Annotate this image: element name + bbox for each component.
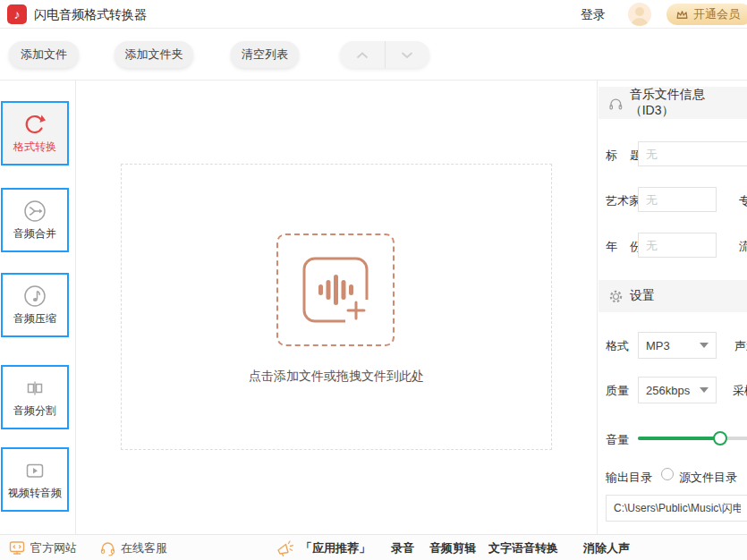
title-field-label: 标题 — [606, 148, 641, 164]
title-field[interactable] — [638, 141, 747, 166]
split-icon — [22, 376, 47, 401]
id3-section-title: 音乐文件信息（ID3） — [630, 87, 747, 119]
footer-app-vocal-remove[interactable]: 消除人声 — [583, 535, 630, 560]
settings-section-header: 设置 — [598, 280, 747, 312]
artist-field[interactable] — [638, 187, 717, 212]
footer-app-record[interactable]: 录音 — [391, 535, 414, 560]
app-window: ♪ 闪电音频格式转换器 登录 开通会员 添加文件 添加文件夹 清空列表 — [0, 0, 747, 560]
app-title: 闪电音频格式转换器 — [34, 7, 147, 23]
output-path-field[interactable] — [606, 495, 747, 522]
clear-list-button[interactable]: 清空列表 — [231, 41, 299, 68]
year-field[interactable] — [638, 233, 717, 258]
file-list-area: 点击添加文件或拖拽文件到此处 — [76, 81, 597, 534]
online-support-link[interactable]: 在线客服 — [100, 535, 167, 560]
chevron-up-icon — [354, 49, 370, 61]
avatar-head-shape — [635, 7, 644, 16]
sidebar-item-label: 音频分割 — [13, 403, 56, 419]
source-dir-radio-label: 源文件目录 — [679, 470, 737, 486]
video-icon — [22, 458, 47, 483]
sidebar-item-audio-split[interactable]: 音频分割 — [1, 365, 69, 429]
dropdown-caret-icon — [700, 387, 709, 393]
id3-section-header: 音乐文件信息（ID3） — [598, 87, 747, 119]
add-folder-button[interactable]: 添加文件夹 — [115, 41, 193, 68]
album-field-label: 专辑 — [739, 193, 747, 209]
footer-bar: 官方网站 在线客服 「应用推荐」 录音 音频剪辑 文字语音转换 消除人声 — [0, 534, 747, 560]
volume-handle[interactable] — [713, 431, 727, 445]
chevron-down-icon — [399, 49, 415, 61]
quality-dropdown[interactable]: 256kbps — [638, 377, 717, 403]
crown-icon — [675, 9, 689, 21]
sidebar-item-video-to-audio[interactable]: 视频转音频 — [1, 447, 69, 512]
app-logo-icon: ♪ — [7, 4, 27, 24]
gear-icon — [608, 289, 624, 304]
format-value: MP3 — [646, 339, 670, 352]
sidebar-item-label: 音频压缩 — [13, 311, 56, 327]
format-dropdown[interactable]: MP3 — [638, 332, 717, 359]
channel-label: 声道 — [734, 338, 747, 354]
move-down-button[interactable] — [386, 41, 430, 68]
app-recommend-label: 「应用推荐」 — [301, 535, 370, 560]
source-dir-radio[interactable] — [661, 468, 674, 480]
toolbar: 添加文件 添加文件夹 清空列表 — [0, 29, 747, 81]
sidebar: 格式转换 音频合并 音频压缩 音频分割 — [0, 81, 76, 534]
sidebar-item-label: 音频合并 — [13, 226, 56, 242]
megaphone-icon — [276, 539, 294, 557]
sidebar-item-format-convert[interactable]: 格式转换 — [1, 101, 69, 165]
volume-fill — [638, 437, 720, 440]
avatar[interactable] — [628, 3, 651, 26]
sidebar-item-label: 格式转换 — [13, 140, 56, 155]
title-bar: ♪ 闪电音频格式转换器 登录 开通会员 — [0, 0, 747, 29]
login-button[interactable]: 登录 — [581, 7, 606, 23]
add-files-box[interactable] — [276, 233, 395, 346]
format-label: 格式 — [606, 338, 629, 354]
official-site-link[interactable]: 官方网站 — [9, 535, 77, 560]
genre-field-label: 流派 — [739, 239, 747, 255]
quality-label: 质量 — [606, 383, 629, 399]
merge-icon — [22, 199, 47, 224]
headphones-icon — [608, 96, 624, 111]
vip-upgrade-button[interactable]: 开通会员 — [666, 4, 747, 25]
volume-slider[interactable] — [638, 437, 747, 440]
refresh-icon — [22, 112, 47, 137]
headset-icon — [100, 540, 115, 556]
monitor-icon — [9, 540, 25, 556]
sidebar-item-audio-compress[interactable]: 音频压缩 — [1, 273, 69, 337]
add-file-button[interactable]: 添加文件 — [9, 41, 79, 68]
footer-app-tts[interactable]: 文字语音转换 — [488, 535, 558, 560]
waveform-add-icon — [301, 255, 370, 325]
volume-label: 音量 — [606, 432, 629, 448]
online-support-label: 在线客服 — [121, 540, 167, 556]
right-panel: 音乐文件信息（ID3） 标题 艺术家 专辑 年份 流派 设置 格式 MP3 声道… — [597, 81, 747, 534]
artist-field-label: 艺术家 — [606, 193, 641, 209]
drop-zone[interactable]: 点击添加文件或拖拽文件到此处 — [121, 164, 552, 450]
settings-section-title: 设置 — [630, 288, 655, 304]
output-dir-label: 输出目录 — [606, 470, 652, 486]
vip-upgrade-label: 开通会员 — [693, 6, 740, 22]
drop-zone-hint: 点击添加文件或拖拽文件到此处 — [122, 369, 551, 385]
reorder-buttons — [340, 41, 429, 68]
quality-value: 256kbps — [646, 384, 690, 397]
move-up-button[interactable] — [340, 41, 386, 68]
official-site-label: 官方网站 — [30, 540, 77, 556]
avatar-body-shape — [631, 18, 649, 26]
sidebar-item-audio-merge[interactable]: 音频合并 — [1, 188, 69, 252]
footer-app-audio-edit[interactable]: 音频剪辑 — [429, 535, 476, 560]
sidebar-item-label: 视频转音频 — [8, 486, 62, 501]
dropdown-caret-icon — [700, 343, 709, 348]
samplerate-label: 采样率 — [733, 383, 747, 399]
year-field-label: 年份 — [606, 239, 641, 255]
note-icon — [22, 284, 47, 309]
